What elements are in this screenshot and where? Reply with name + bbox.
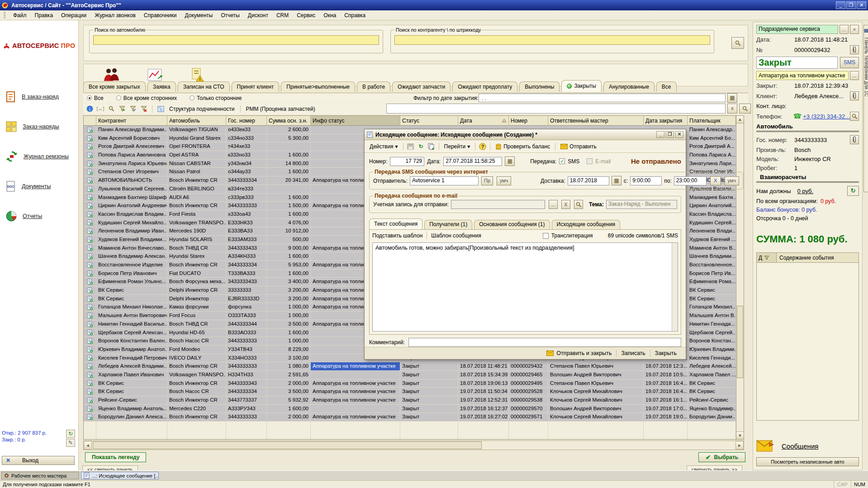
- events-col-d[interactable]: Д: [757, 253, 777, 262]
- events-col-content[interactable]: Содержание события: [777, 255, 836, 261]
- comment-input[interactable]: [408, 338, 681, 347]
- info-pick-icon[interactable]: ...: [850, 71, 859, 80]
- scroll-down-icon[interactable]: ▼: [736, 431, 744, 439]
- tab-8[interactable]: Выполнены: [519, 81, 560, 92]
- send-button[interactable]: Отправить: [558, 142, 599, 151]
- filter-edit-icon[interactable]: [128, 105, 138, 113]
- sms-checkbox[interactable]: ✓: [559, 158, 565, 164]
- radio-2[interactable]: Только сторонние: [190, 95, 242, 101]
- exit-button[interactable]: ✕ Выход: [2, 456, 75, 465]
- sidebar-item-2[interactable]: Журнал ремзоны: [5, 151, 78, 162]
- tab-5[interactable]: В работе: [357, 81, 390, 92]
- table-row[interactable]: Рейсинг-СервисBosch Инжектор CR344377333…: [84, 396, 736, 405]
- account-search-button[interactable]: [574, 200, 583, 209]
- sidebar-item-0[interactable]: В заказ-наряд: [5, 91, 78, 103]
- car-attachment-button[interactable]: [850, 135, 859, 144]
- dialog-tab-3[interactable]: Исходящие сообщения: [552, 220, 621, 229]
- table-search-button[interactable]: [739, 104, 751, 114]
- calendar-icon[interactable]: ▦: [505, 156, 515, 166]
- attachment-button[interactable]: [850, 45, 859, 54]
- client-attachment-button[interactable]: [850, 91, 859, 100]
- find-icon[interactable]: [107, 105, 116, 113]
- dialog-minimize-button[interactable]: _: [656, 131, 664, 138]
- tab-1[interactable]: Заявка: [147, 81, 176, 92]
- account-input[interactable]: [451, 200, 545, 209]
- email-checkbox[interactable]: [587, 158, 593, 164]
- menu-item-5[interactable]: Документы: [181, 11, 217, 20]
- filter-clear-icon[interactable]: [139, 105, 148, 113]
- filter-save-icon[interactable]: [118, 105, 127, 113]
- tab-10[interactable]: Анулированные: [603, 81, 655, 92]
- pr-button[interactable]: Пр: [481, 176, 493, 185]
- messages-link[interactable]: Сообщения: [782, 442, 818, 450]
- hscroll-thumb[interactable]: [93, 441, 482, 449]
- dialog-tab-1[interactable]: Получатели (1): [424, 220, 472, 229]
- quick-filter-input[interactable]: [386, 104, 726, 114]
- menu-item-10[interactable]: Окна: [319, 11, 340, 20]
- umch2-button[interactable]: умч: [725, 176, 739, 185]
- menu-item-8[interactable]: CRM: [272, 11, 293, 20]
- close-dialog-button[interactable]: Закрыть: [650, 350, 681, 356]
- help-icon[interactable]: ?: [478, 142, 487, 151]
- menu-item-6[interactable]: Отчеты: [217, 11, 243, 20]
- column-header-3[interactable]: Гос. номер: [226, 116, 267, 125]
- radio-0[interactable]: Все: [87, 95, 104, 101]
- search-contractor-input[interactable]: [394, 35, 710, 45]
- column-header-5[interactable]: Инфо статус: [311, 116, 400, 125]
- phone-search-button[interactable]: [850, 112, 859, 121]
- column-header-11[interactable]: Плательщик: [688, 116, 736, 125]
- column-header-4[interactable]: Сумма осн. з.н.: [267, 116, 311, 125]
- send-and-close-button[interactable]: Отправить и закрыть: [542, 350, 616, 356]
- scroll-up-icon[interactable]: ▲: [736, 116, 744, 123]
- column-header-0[interactable]: [84, 116, 96, 125]
- account-clear-icon[interactable]: X: [561, 200, 570, 209]
- umch-button[interactable]: умч: [497, 176, 511, 185]
- tab-6[interactable]: Ожидают запчасти: [392, 81, 451, 92]
- menu-item-11[interactable]: Справка: [340, 11, 370, 20]
- dialog-close-button[interactable]: ✕: [675, 131, 683, 138]
- edit-totals-button[interactable]: ✎: [66, 439, 75, 447]
- maximize-button[interactable]: ❐: [846, 1, 856, 9]
- subordination-link[interactable]: Структура подчиненности: [167, 106, 237, 112]
- clear-filter-icon[interactable]: x: [727, 104, 737, 114]
- info-icon[interactable]: i: [85, 105, 94, 113]
- save-icon[interactable]: [406, 142, 415, 151]
- menu-item-1[interactable]: Правка: [31, 11, 57, 20]
- tab-0[interactable]: Все кроме закрытых: [83, 81, 146, 92]
- search-button[interactable]: [731, 37, 744, 49]
- date-filter-input[interactable]: . .: [479, 94, 726, 102]
- vertical-scrollbar[interactable]: ▲ ▼: [736, 116, 744, 439]
- column-header-1[interactable]: Контрагент: [96, 116, 167, 125]
- phone-link[interactable]: +3 (323) 334-32...: [803, 113, 850, 120]
- division-field[interactable]: Подразделение сервиса: [756, 25, 838, 34]
- taskbar-item-1[interactable]: ...: Исходящее сообщение [...: [81, 472, 159, 479]
- resize-icon[interactable]: (↔): [96, 105, 105, 113]
- account-pick-icon[interactable]: ...: [549, 200, 558, 209]
- goto-menu-button[interactable]: Перейти ▾: [442, 142, 473, 151]
- column-header-9[interactable]: Ответственный мастер: [548, 116, 644, 125]
- table-row[interactable]: ВК СервисBosch Инжектор CR34433333432 00…: [84, 379, 736, 388]
- sidebar-item-4[interactable]: Отчеты: [5, 210, 78, 222]
- column-header-6[interactable]: Статус: [400, 116, 458, 125]
- menu-item-7[interactable]: Дисконт: [244, 11, 272, 20]
- column-header-2[interactable]: Автомобиль: [167, 116, 226, 125]
- calendar-icon[interactable]: ▦: [727, 93, 737, 103]
- menu-item-9[interactable]: Сервис: [293, 11, 319, 20]
- number-input[interactable]: 17 729: [390, 157, 424, 166]
- minimize-button[interactable]: _: [836, 1, 845, 9]
- textarea-scrollbar[interactable]: [672, 243, 678, 331]
- message-text-input[interactable]: Автомобиль готов, можно забирать[Произво…: [372, 242, 678, 332]
- subject-input[interactable]: Заказ-Наряд - Выполнен: [606, 200, 677, 209]
- menu-item-2[interactable]: Операции: [57, 11, 90, 20]
- scroll-left-icon[interactable]: ◄: [84, 441, 92, 450]
- column-header-10[interactable]: Дата закрытия: [644, 116, 688, 125]
- dialog-tab-0[interactable]: Текст сообщения: [369, 218, 422, 229]
- radio-1[interactable]: Все кроме сторонних: [116, 95, 177, 101]
- date-input[interactable]: 27.07.2018 11:58:25: [443, 157, 502, 166]
- table-row[interactable]: Лебедев Алексей Владими...Bosch Инжектор…: [84, 362, 736, 371]
- column-header-7[interactable]: Дата: [458, 116, 509, 125]
- message-template-link[interactable]: Шаблон сообщения: [431, 232, 481, 239]
- from-time-input[interactable]: 9:00:00: [630, 176, 662, 185]
- check-balance-button[interactable]: Проверить баланс: [493, 142, 552, 151]
- to-time-input[interactable]: 23:00:00: [674, 176, 707, 185]
